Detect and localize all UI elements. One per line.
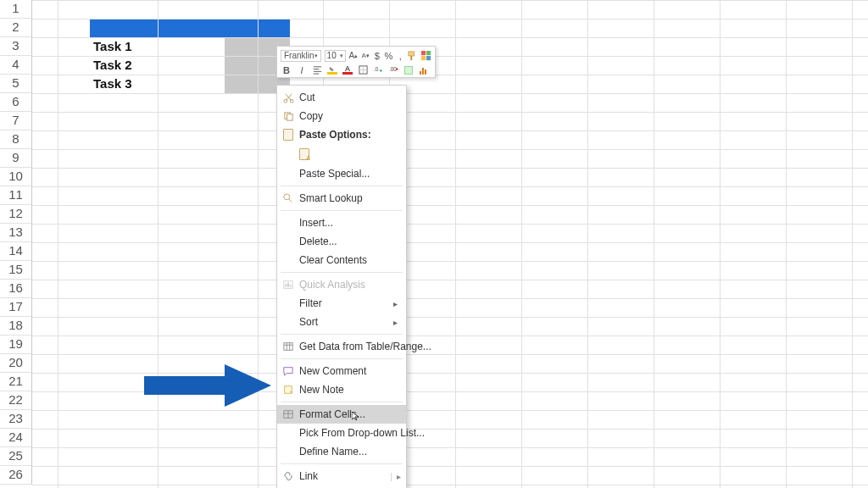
fill-color-button[interactable] bbox=[326, 64, 338, 76]
cell-b5-task3[interactable]: Task 3 bbox=[90, 75, 190, 93]
row-header-7[interactable]: 7 bbox=[0, 112, 32, 130]
format-cells-icon bbox=[281, 408, 295, 421]
row-header-14[interactable]: 14 bbox=[0, 242, 32, 261]
svg-rect-25 bbox=[287, 282, 289, 286]
font-name-dropdown[interactable]: Franklin bbox=[281, 50, 321, 62]
cm-copy[interactable]: Copy bbox=[277, 107, 406, 125]
separator bbox=[281, 358, 403, 359]
row-header-12[interactable]: 12 bbox=[0, 205, 32, 224]
cm-new-note[interactable]: New Note bbox=[277, 380, 406, 399]
context-menu: Cut Copy Paste Options: A Paste Special.… bbox=[276, 85, 407, 488]
svg-rect-2 bbox=[421, 51, 426, 55]
row-header-26[interactable]: 26 bbox=[0, 466, 32, 485]
annotation-arrow bbox=[144, 364, 271, 407]
cm-copy-label: Copy bbox=[299, 110, 323, 122]
svg-rect-27 bbox=[284, 343, 292, 351]
row-header-23[interactable]: 23 bbox=[0, 410, 32, 429]
cm-new-comment[interactable]: New Comment bbox=[277, 362, 406, 380]
svg-rect-24 bbox=[286, 284, 287, 286]
cm-paste-options-label: Paste Options: bbox=[299, 129, 371, 141]
separator bbox=[281, 334, 403, 335]
cm-pick-list-label: Pick From Drop-down List... bbox=[299, 427, 425, 439]
svg-rect-1 bbox=[410, 56, 412, 60]
row-header-17[interactable]: 17 bbox=[0, 298, 32, 317]
row-header-25[interactable]: 25 bbox=[0, 447, 32, 466]
cell-b4-task2[interactable]: Task 2 bbox=[90, 56, 190, 75]
cm-paste-option-default[interactable]: A bbox=[277, 144, 406, 164]
cm-filter[interactable]: Filter bbox=[277, 294, 406, 313]
cm-format-cells[interactable]: Format Cells... bbox=[277, 405, 406, 424]
cm-get-data[interactable]: Get Data from Table/Range... bbox=[277, 337, 406, 356]
format-painter-icon[interactable] bbox=[408, 50, 418, 62]
cell-styles-icon[interactable] bbox=[403, 64, 415, 76]
chart-icon[interactable] bbox=[418, 64, 430, 76]
decimal-increase-button[interactable]: .00 bbox=[387, 64, 399, 76]
quick-analysis-icon bbox=[281, 278, 295, 291]
row-header-20[interactable]: 20 bbox=[0, 354, 32, 373]
cm-sort[interactable]: Sort bbox=[277, 313, 406, 331]
cm-define-name[interactable]: Define Name... bbox=[277, 442, 406, 461]
shrink-font-button[interactable]: A▾ bbox=[361, 50, 370, 62]
row-header-24[interactable]: 24 bbox=[0, 429, 32, 447]
cm-delete-label: Delete... bbox=[299, 236, 337, 247]
cm-clear-contents[interactable]: Clear Contents bbox=[277, 251, 406, 269]
row-header-19[interactable]: 19 bbox=[0, 336, 32, 354]
bold-button[interactable]: B bbox=[281, 64, 292, 76]
borders-button[interactable] bbox=[357, 64, 369, 76]
row-header-9[interactable]: 9 bbox=[0, 149, 32, 168]
conditional-format-icon[interactable] bbox=[421, 50, 431, 62]
row-header-15[interactable]: 15 bbox=[0, 261, 32, 280]
cm-pick-from-list[interactable]: Pick From Drop-down List... bbox=[277, 424, 406, 442]
cm-quick-analysis-label: Quick Analysis bbox=[299, 279, 365, 291]
row-header-1[interactable]: 1 bbox=[0, 0, 32, 19]
row-header-5[interactable]: 5 bbox=[0, 75, 32, 93]
row-header-10[interactable]: 10 bbox=[0, 168, 32, 186]
row-header-13[interactable]: 13 bbox=[0, 224, 32, 242]
row-header-8[interactable]: 8 bbox=[0, 130, 32, 149]
note-icon bbox=[281, 383, 295, 396]
cm-link[interactable]: Link | ▸ bbox=[277, 467, 406, 485]
svg-rect-26 bbox=[290, 285, 292, 287]
cm-smart-lookup[interactable]: Smart Lookup bbox=[277, 189, 406, 208]
separator bbox=[281, 210, 403, 211]
cell-b3-task1[interactable]: Task 1 bbox=[90, 37, 190, 56]
clipboard-icon bbox=[281, 128, 295, 141]
italic-button[interactable]: I bbox=[296, 64, 308, 76]
cursor-icon bbox=[352, 411, 360, 419]
cell-range-b2-d2-blue bbox=[90, 19, 290, 37]
svg-rect-0 bbox=[409, 51, 415, 55]
font-name-value: Franklin bbox=[284, 51, 314, 61]
row-header-2[interactable]: 2 bbox=[0, 19, 32, 37]
cm-link-label: Link bbox=[299, 470, 318, 482]
chevron-right-icon[interactable]: ▸ bbox=[397, 472, 401, 481]
row-header-16[interactable]: 16 bbox=[0, 280, 32, 298]
cells-area[interactable]: Task 1 Task 2 Task 3 bbox=[32, 0, 868, 488]
font-size-value: 10 bbox=[327, 51, 337, 61]
cm-sort-label: Sort bbox=[299, 316, 318, 328]
font-size-dropdown[interactable]: 10 bbox=[325, 50, 346, 62]
row-header-6[interactable]: 6 bbox=[0, 93, 32, 112]
align-button[interactable] bbox=[311, 64, 323, 76]
svg-rect-4 bbox=[421, 56, 426, 60]
cm-delete[interactable]: Delete... bbox=[277, 232, 406, 251]
row-header-22[interactable]: 22 bbox=[0, 391, 32, 410]
comma-button[interactable]: , bbox=[396, 50, 404, 62]
currency-button[interactable]: $ bbox=[373, 50, 381, 62]
mini-toolbar: Franklin 10 A▴ A▾ $ % , B I A .0 bbox=[276, 46, 436, 78]
svg-point-21 bbox=[284, 194, 290, 200]
svg-line-22 bbox=[289, 199, 292, 202]
row-header-18[interactable]: 18 bbox=[0, 317, 32, 336]
row-header-11[interactable]: 11 bbox=[0, 186, 32, 205]
grow-font-button[interactable]: A▴ bbox=[349, 50, 359, 62]
cm-cut[interactable]: Cut bbox=[277, 88, 406, 107]
copy-icon bbox=[281, 109, 295, 123]
font-color-button[interactable]: A bbox=[342, 64, 353, 76]
svg-rect-5 bbox=[426, 56, 431, 60]
decimal-decrease-button[interactable]: .0 bbox=[372, 64, 384, 76]
row-header-21[interactable]: 21 bbox=[0, 373, 32, 391]
cm-insert[interactable]: Insert... bbox=[277, 214, 406, 232]
row-header-3[interactable]: 3 bbox=[0, 37, 32, 56]
row-header-4[interactable]: 4 bbox=[0, 56, 32, 75]
cm-paste-special[interactable]: Paste Special... bbox=[277, 164, 406, 183]
percent-button[interactable]: % bbox=[385, 50, 393, 62]
